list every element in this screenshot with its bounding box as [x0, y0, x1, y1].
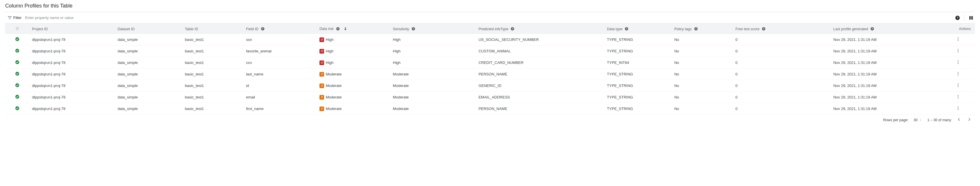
svg-point-40 — [958, 86, 958, 87]
cell-project: dlppsbqrun1-proj-78 — [30, 92, 115, 103]
col-freetext[interactable]: Free text score ? — [733, 24, 831, 34]
svg-point-23 — [958, 39, 958, 40]
rows-per-page-select[interactable]: 30 — [913, 118, 922, 122]
col-policy-label: Policy tags — [675, 27, 692, 31]
help-icon[interactable]: ? — [955, 15, 960, 21]
col-project[interactable]: Project ID — [30, 24, 115, 34]
cell-sensitivity: High — [391, 34, 476, 46]
cell-project: dlppsbqrun1-proj-78 — [30, 57, 115, 68]
risk-badge-icon: !!! — [320, 37, 324, 42]
next-page-button[interactable] — [967, 117, 972, 123]
risk-text: Moderate — [326, 84, 342, 88]
svg-text:?: ? — [262, 28, 263, 30]
help-icon[interactable]: ? — [625, 27, 628, 31]
col-field-label: Field ID — [246, 27, 258, 31]
cell-datatype: TYPE_INT64 — [605, 57, 672, 68]
cell-freetext: 0 — [733, 68, 831, 80]
cell-dataset: data_simple — [115, 92, 183, 103]
cell-risk: !!Moderate — [317, 80, 391, 92]
cell-lastgen: Nov 29, 2021, 1:31:19 AM — [831, 80, 941, 92]
table-row[interactable]: dlppsbqrun1-proj-78data_simplebasic_test… — [5, 68, 975, 80]
col-actions: Actions — [941, 24, 975, 34]
svg-point-44 — [958, 98, 958, 99]
cell-field: ssn — [244, 34, 317, 46]
cell-freetext: 0 — [733, 103, 831, 114]
cell-lastgen: Nov 29, 2021, 1:31:19 AM — [831, 103, 941, 114]
col-sensitivity-label: Sensitivity — [393, 27, 409, 31]
table-row[interactable]: dlppsbqrun1-proj-78data_simplebasic_test… — [5, 57, 975, 68]
row-actions-menu[interactable] — [941, 34, 975, 46]
col-policy[interactable]: Policy tags ? — [672, 24, 733, 34]
check-circle-icon — [15, 48, 19, 53]
row-actions-menu[interactable] — [941, 57, 975, 68]
rows-per-page-label: Rows per page: — [883, 118, 908, 122]
prev-page-button[interactable] — [956, 117, 962, 123]
cell-infotype: PERSON_NAME — [476, 103, 605, 114]
table-row[interactable]: dlppsbqrun1-proj-78data_simplebasic_test… — [5, 80, 975, 92]
col-dataset[interactable]: Dataset ID — [115, 24, 183, 34]
svg-point-35 — [958, 73, 958, 74]
help-icon[interactable]: ? — [411, 27, 415, 31]
col-table[interactable]: Table ID — [183, 24, 244, 34]
col-infotype[interactable]: Predicted infoType ? — [476, 24, 605, 34]
cell-dataset: data_simple — [115, 46, 183, 57]
risk-text: High — [326, 49, 334, 53]
cell-lastgen: Nov 29, 2021, 1:31:19 AM — [831, 34, 941, 46]
row-actions-menu[interactable] — [941, 46, 975, 57]
cell-datatype: TYPE_STRING — [605, 46, 672, 57]
col-table-label: Table ID — [185, 27, 198, 31]
svg-point-31 — [958, 62, 958, 63]
profiles-table: Project ID Dataset ID Table ID Field ID … — [5, 24, 975, 114]
help-icon[interactable]: ? — [762, 27, 766, 31]
row-actions-menu[interactable] — [941, 92, 975, 103]
svg-point-22 — [958, 37, 958, 38]
svg-point-28 — [958, 51, 958, 52]
svg-point-46 — [958, 107, 958, 107]
col-status[interactable] — [5, 24, 30, 34]
table-row[interactable]: dlppsbqrun1-proj-78data_simplebasic_test… — [5, 34, 975, 46]
cell-field: first_name — [244, 103, 317, 114]
filter-input[interactable] — [24, 14, 955, 22]
cell-risk: !!Moderate — [317, 68, 391, 80]
check-circle-icon — [15, 106, 19, 111]
cell-lastgen: Nov 29, 2021, 1:31:19 AM — [831, 92, 941, 103]
cell-datatype: TYPE_STRING — [605, 92, 672, 103]
col-risk-label: Data risk — [320, 27, 334, 31]
cell-project: dlppsbqrun1-proj-78 — [30, 34, 115, 46]
row-actions-menu[interactable] — [941, 68, 975, 80]
cell-sensitivity: Moderate — [391, 80, 476, 92]
table-row[interactable]: dlppsbqrun1-proj-78data_simplebasic_test… — [5, 92, 975, 103]
cell-infotype: US_SOCIAL_SECURITY_NUMBER — [476, 34, 605, 46]
cell-project: dlppsbqrun1-proj-78 — [30, 103, 115, 114]
cell-sensitivity: High — [391, 46, 476, 57]
svg-point-36 — [958, 75, 958, 75]
col-sensitivity[interactable]: Sensitivity ? — [391, 24, 476, 34]
column-settings-icon[interactable] — [969, 15, 974, 21]
col-risk[interactable]: Data risk ? — [317, 24, 391, 34]
help-icon[interactable]: ? — [870, 27, 874, 31]
svg-rect-4 — [972, 16, 973, 19]
col-field[interactable]: Field ID ? — [244, 24, 317, 34]
col-datatype[interactable]: Data type ? — [605, 24, 672, 34]
cell-policy: No — [672, 57, 733, 68]
svg-text:?: ? — [695, 28, 697, 30]
col-lastgen[interactable]: Last profile generated ? — [831, 24, 941, 34]
cell-freetext: 0 — [733, 80, 831, 92]
cell-dataset: data_simple — [115, 34, 183, 46]
check-circle-icon — [15, 72, 19, 76]
cell-freetext: 0 — [733, 92, 831, 103]
help-icon[interactable]: ? — [694, 27, 698, 31]
cell-infotype: PERSON_NAME — [476, 68, 605, 80]
cell-dataset: data_simple — [115, 80, 183, 92]
row-actions-menu[interactable] — [941, 80, 975, 92]
help-icon[interactable]: ? — [261, 27, 265, 31]
table-row[interactable]: dlppsbqrun1-proj-78data_simplebasic_test… — [5, 46, 975, 57]
table-row[interactable]: dlppsbqrun1-proj-78data_simplebasic_test… — [5, 103, 975, 114]
cell-sensitivity: Moderate — [391, 103, 476, 114]
help-icon[interactable]: ? — [511, 27, 514, 31]
row-actions-menu[interactable] — [941, 103, 975, 114]
help-icon[interactable]: ? — [336, 27, 340, 31]
risk-badge-icon: !!! — [320, 60, 324, 65]
svg-point-39 — [958, 85, 958, 86]
cell-dataset: data_simple — [115, 103, 183, 114]
